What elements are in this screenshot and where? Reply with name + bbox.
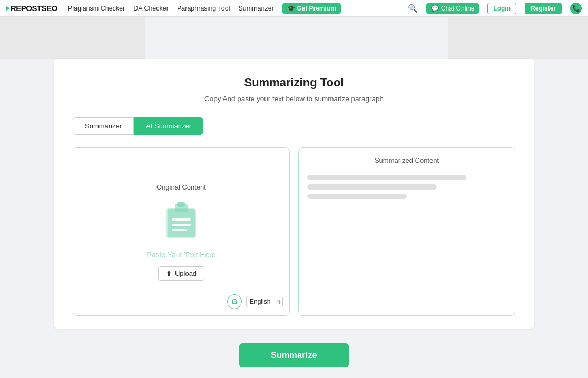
clipboard-icon: [162, 200, 200, 243]
main-wrapper: Summarizing Tool Copy And paste your tex…: [0, 59, 588, 378]
summary-line-3: [307, 194, 407, 199]
page-subtitle: Copy And paste your text below to summar…: [73, 95, 515, 103]
ad-right: [448, 17, 588, 59]
summary-placeholder-lines: [307, 175, 506, 199]
upload-button[interactable]: ⬆ Upload: [158, 266, 204, 281]
phone-icon: 📞: [572, 5, 580, 12]
search-icon[interactable]: 🔍: [408, 4, 418, 13]
ad-center: [145, 17, 448, 59]
svg-rect-3: [177, 202, 185, 207]
ad-banner-row: [0, 17, 588, 59]
logo[interactable]: REPOSTSEO: [6, 4, 57, 13]
clipboard-svg: [162, 200, 200, 242]
panels-row: Original Content: [73, 147, 515, 316]
svg-rect-4: [172, 218, 191, 221]
panel-bottom-row: G English Spanish French: [227, 294, 283, 309]
original-content-panel: Original Content: [73, 147, 290, 316]
nav-summarizer[interactable]: Summarizer: [238, 5, 273, 12]
navbar: REPOSTSEO Plagiarism Checker DA Checker …: [0, 0, 588, 17]
phone-button[interactable]: 📞: [570, 3, 582, 14]
content-card: Summarizing Tool Copy And paste your tex…: [54, 59, 534, 329]
tab-summarizer[interactable]: Summarizer: [73, 117, 134, 135]
logo-triangle-icon: [6, 6, 10, 11]
svg-rect-1: [168, 209, 195, 237]
register-button[interactable]: Register: [525, 3, 562, 14]
logo-text: REPOSTSEO: [11, 4, 57, 13]
svg-rect-6: [172, 229, 187, 231]
upload-label: Upload: [175, 270, 197, 277]
premium-button[interactable]: 🎓 Get Premium: [282, 3, 341, 14]
grammarly-g-icon: G: [232, 297, 238, 306]
upload-icon: ⬆: [166, 270, 172, 277]
chat-button[interactable]: 💬 Chat Online: [426, 3, 479, 14]
chat-label: Chat Online: [441, 5, 474, 12]
original-panel-title: Original Content: [156, 183, 206, 191]
summary-line-2: [307, 184, 437, 190]
ad-left: [0, 17, 145, 59]
nav-da-checker[interactable]: DA Checker: [133, 5, 169, 12]
language-select[interactable]: English Spanish French: [246, 296, 283, 307]
nav-paraphrasing-tool[interactable]: Paraphrasing Tool: [177, 5, 230, 12]
summarize-button[interactable]: Summarize: [239, 343, 349, 367]
svg-rect-5: [172, 224, 191, 226]
paste-text: Paste Your Text Here: [146, 251, 215, 259]
tabs-row: Summarizer AI Summarizer: [73, 117, 515, 135]
grammarly-button[interactable]: G: [227, 294, 242, 309]
summarize-button-row: Summarize: [239, 343, 349, 367]
summarized-content-panel: Summarized Content: [298, 147, 515, 316]
page-title: Summarizing Tool: [73, 76, 515, 89]
summarized-panel-title: Summarized Content: [307, 156, 506, 164]
nav-plagiarism-checker[interactable]: Plagiarism Checker: [68, 5, 125, 12]
tab-ai-summarizer[interactable]: AI Summarizer: [134, 117, 203, 135]
language-selector-wrap: English Spanish French: [246, 296, 283, 307]
summary-line-1: [307, 175, 466, 180]
login-button[interactable]: Login: [487, 3, 516, 14]
chat-icon: 💬: [431, 5, 439, 12]
